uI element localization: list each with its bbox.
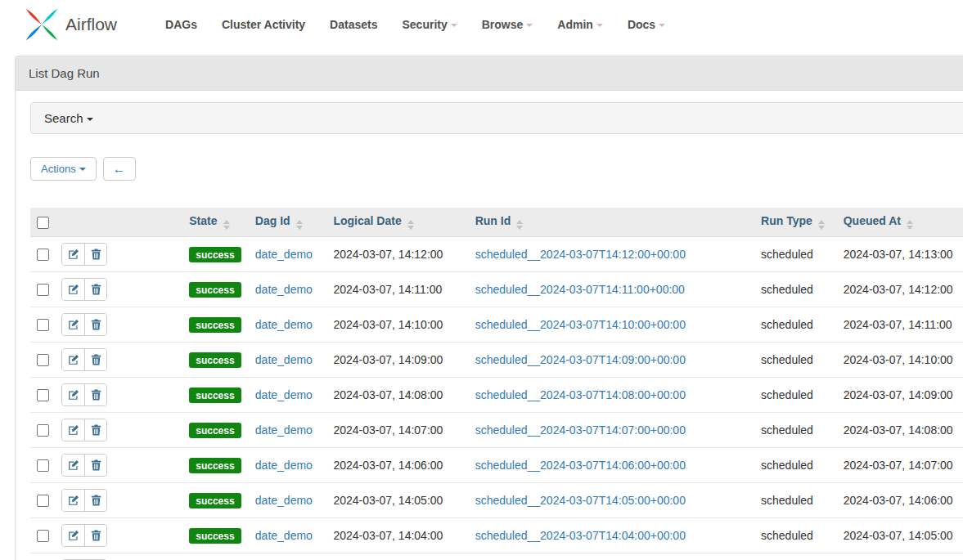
dag-id-link[interactable]: date_demo bbox=[255, 248, 313, 261]
run-id-link[interactable]: scheduled__2024-03-07T14:09:00+00:00 bbox=[475, 353, 686, 366]
edit-row-button[interactable] bbox=[62, 349, 84, 370]
row-checkbox[interactable] bbox=[37, 530, 49, 542]
nav-item-label: DAGs bbox=[165, 18, 197, 31]
actions-dropdown-button[interactable]: Actions bbox=[30, 157, 97, 181]
back-button[interactable]: ← bbox=[103, 157, 136, 181]
edit-row-button[interactable] bbox=[62, 419, 84, 441]
logical-date-cell: 2024-03-07, 14:05:00 bbox=[326, 483, 468, 518]
delete-row-button[interactable] bbox=[84, 279, 106, 300]
queued-at-cell: 2024-03-07, 14:05:00 bbox=[837, 518, 963, 553]
edit-row-button[interactable] bbox=[62, 244, 84, 265]
edit-row-button[interactable] bbox=[62, 279, 84, 300]
nav-item-admin[interactable]: Admin bbox=[545, 18, 615, 31]
airflow-pinwheel-logo bbox=[23, 6, 61, 43]
run-type-cell: scheduled bbox=[754, 343, 837, 378]
delete-row-button[interactable] bbox=[84, 244, 106, 265]
column-header-queued-at[interactable]: Queued At bbox=[837, 208, 963, 237]
row-checkbox[interactable] bbox=[37, 495, 49, 507]
delete-row-button[interactable] bbox=[84, 419, 106, 441]
logical-date-cell: 2024-03-07, 14:08:00 bbox=[326, 378, 468, 413]
dag-id-link[interactable]: date_demo bbox=[255, 388, 313, 401]
column-header-dag-id[interactable]: Dag Id bbox=[249, 208, 327, 237]
edit-icon bbox=[68, 354, 79, 365]
run-id-link[interactable]: scheduled__2024-03-07T14:06:00+00:00 bbox=[475, 459, 686, 472]
dag-id-link[interactable]: date_demo bbox=[255, 423, 313, 437]
run-id-link[interactable]: scheduled__2024-03-07T14:12:00+00:00 bbox=[475, 248, 686, 261]
row-checkbox[interactable] bbox=[37, 424, 49, 437]
run-type-cell: scheduled bbox=[754, 307, 837, 343]
run-id-link[interactable]: scheduled__2024-03-07T14:05:00+00:00 bbox=[475, 494, 686, 507]
run-id-link[interactable]: scheduled__2024-03-07T14:08:00+00:00 bbox=[475, 388, 686, 401]
dag-id-link[interactable]: date_demo bbox=[255, 283, 313, 296]
nav-item-browse[interactable]: Browse bbox=[470, 18, 546, 31]
back-arrow-icon: ← bbox=[113, 161, 126, 177]
row-actions bbox=[61, 278, 107, 301]
dag-id-link[interactable]: date_demo bbox=[255, 353, 313, 366]
nav-item-docs[interactable]: Docs bbox=[615, 18, 677, 31]
dag-id-link[interactable]: date_demo bbox=[255, 494, 313, 507]
state-badge: success bbox=[189, 458, 241, 473]
queued-at-cell: 2024-03-07, 14:13:00 bbox=[837, 237, 963, 272]
edit-row-button[interactable] bbox=[62, 314, 84, 335]
run-id-link[interactable]: scheduled__2024-03-07T14:10:00+00:00 bbox=[475, 318, 686, 331]
caret-down-icon bbox=[526, 24, 533, 27]
nav-item-cluster-activity[interactable]: Cluster Activity bbox=[209, 18, 317, 31]
column-header-logical-date[interactable]: Logical Date bbox=[326, 208, 468, 237]
nav-item-security[interactable]: Security bbox=[389, 18, 469, 31]
caret-down-icon bbox=[87, 118, 93, 121]
state-badge: success bbox=[189, 247, 241, 262]
column-label: Run Id bbox=[475, 214, 511, 227]
delete-row-button[interactable] bbox=[84, 455, 106, 476]
run-id-link[interactable]: scheduled__2024-03-07T14:11:00+00:00 bbox=[475, 283, 685, 296]
select-all-checkbox[interactable] bbox=[37, 217, 49, 229]
dag-id-link[interactable]: date_demo bbox=[255, 529, 313, 542]
edit-row-button[interactable] bbox=[62, 525, 84, 546]
delete-row-button[interactable] bbox=[84, 384, 106, 405]
nav-item-datasets[interactable]: Datasets bbox=[317, 18, 389, 31]
edit-row-button[interactable] bbox=[62, 455, 84, 476]
queued-at-cell: 2024-03-07, 14:11:00 bbox=[837, 307, 963, 343]
run-id-link[interactable]: scheduled__2024-03-07T14:04:00+00:00 bbox=[475, 529, 686, 542]
row-checkbox[interactable] bbox=[37, 319, 49, 331]
search-label: Search bbox=[44, 111, 83, 125]
row-actions bbox=[61, 243, 107, 266]
column-header-run-type[interactable]: Run Type bbox=[754, 208, 837, 237]
column-header-run-id[interactable]: Run Id bbox=[469, 208, 754, 237]
sort-icon bbox=[516, 220, 523, 230]
state-badge: success bbox=[189, 493, 241, 508]
airflow-brand[interactable]: Airflow bbox=[23, 6, 117, 43]
nav-item-dags[interactable]: DAGs bbox=[153, 18, 209, 31]
panel-body: Search Actions ← State Dag Id Logical Da… bbox=[16, 91, 963, 560]
dag-id-link[interactable]: date_demo bbox=[255, 459, 313, 472]
search-toggle[interactable]: Search bbox=[30, 102, 963, 134]
dag-id-link[interactable]: date_demo bbox=[255, 318, 313, 331]
table-row: success date_demo 2024-03-07, 14:05:00 s… bbox=[30, 483, 963, 518]
column-header-state[interactable]: State bbox=[182, 208, 249, 237]
caret-down-icon bbox=[659, 24, 665, 27]
queued-at-cell: 2024-03-07, 14:06:00 bbox=[837, 483, 963, 518]
row-checkbox[interactable] bbox=[37, 389, 49, 401]
state-badge: success bbox=[189, 352, 241, 368]
edit-row-button[interactable] bbox=[62, 490, 84, 511]
row-checkbox[interactable] bbox=[37, 354, 49, 366]
edit-icon bbox=[68, 249, 79, 260]
edit-row-button[interactable] bbox=[62, 384, 84, 405]
trash-icon bbox=[91, 249, 101, 260]
row-actions bbox=[61, 524, 107, 547]
row-actions bbox=[61, 313, 107, 336]
row-checkbox[interactable] bbox=[37, 284, 49, 296]
row-checkbox[interactable] bbox=[37, 459, 49, 472]
run-type-cell: scheduled bbox=[754, 518, 837, 553]
dag-run-table: State Dag Id Logical Date Run Id Run Typ… bbox=[30, 208, 963, 560]
edit-icon bbox=[68, 284, 79, 295]
delete-row-button[interactable] bbox=[84, 490, 106, 511]
row-checkbox[interactable] bbox=[37, 249, 49, 261]
actions-label: Actions bbox=[41, 163, 76, 175]
nav-item-label: Docs bbox=[628, 18, 655, 31]
delete-row-button[interactable] bbox=[84, 349, 106, 370]
run-id-link[interactable]: scheduled__2024-03-07T14:07:00+00:00 bbox=[475, 423, 686, 437]
delete-row-button[interactable] bbox=[84, 314, 106, 335]
table-row: success date_demo 2024-03-07, 14:03:00 s… bbox=[30, 553, 963, 560]
delete-row-button[interactable] bbox=[84, 525, 106, 546]
trash-icon bbox=[91, 530, 101, 541]
